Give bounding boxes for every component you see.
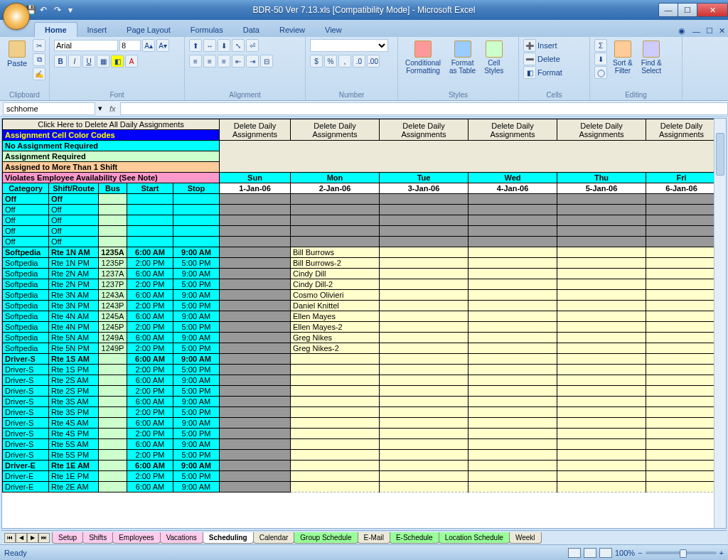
fx-icon[interactable]: fx [105, 104, 120, 113]
cell-mon[interactable] [291, 450, 380, 461]
cell-day[interactable] [469, 226, 557, 237]
cell-day[interactable] [380, 397, 469, 407]
tab-page-layout[interactable]: Page Layout [117, 23, 181, 37]
cell-day[interactable] [469, 407, 557, 418]
cell-bus[interactable] [99, 354, 127, 365]
cell-category[interactable]: Softpedia [3, 343, 49, 354]
cell-sun[interactable] [220, 354, 291, 365]
redo-icon[interactable]: ↷ [54, 5, 64, 15]
align-top-icon[interactable]: ⬆ [189, 39, 202, 52]
cell-stop[interactable]: 9:00 AM [173, 439, 220, 450]
cell-day[interactable] [380, 290, 469, 301]
clear-icon[interactable]: ◯ [594, 66, 607, 79]
cell-category[interactable]: Driver-E [3, 482, 49, 492]
cell-sun[interactable] [220, 397, 291, 407]
find-select-button[interactable]: Find & Select [638, 39, 665, 76]
delete-all-button[interactable]: Click Here to Delete All Daily Assignmen… [3, 119, 220, 130]
cell-start[interactable]: 6:00 AM [127, 269, 173, 279]
cell-sun[interactable] [220, 194, 291, 205]
sheet-tab-shifts[interactable]: Shifts [82, 532, 113, 544]
cell-mon[interactable] [291, 365, 380, 375]
sheet-tab-vacations[interactable]: Vacations [160, 532, 203, 544]
cell-sun[interactable] [220, 247, 291, 258]
cell-day[interactable] [646, 205, 717, 215]
cell-sun[interactable] [220, 333, 291, 343]
cell-sun[interactable] [220, 365, 291, 375]
cell-category[interactable]: Driver-S [3, 354, 49, 365]
cell-sun[interactable] [220, 429, 291, 439]
cell-route[interactable]: Rte 4N AM [49, 311, 99, 322]
cell-route[interactable]: Rte 2N AM [49, 269, 99, 279]
tab-formulas[interactable]: Formulas [181, 23, 233, 37]
cell-day[interactable] [469, 354, 557, 365]
cell-stop[interactable]: 9:00 AM [173, 461, 220, 471]
minimize-button[interactable]: — [658, 3, 678, 17]
cell-stop[interactable]: 9:00 AM [173, 397, 220, 407]
sheet-tab-scheduling[interactable]: Scheduling [203, 532, 254, 544]
cell-category[interactable]: Driver-S [3, 365, 49, 375]
cell-start[interactable]: 2:00 PM [127, 365, 173, 375]
cell-day[interactable] [469, 365, 557, 375]
cell-bus[interactable]: 1243P [99, 301, 127, 311]
cell-route[interactable]: Rte 1E AM [49, 461, 99, 471]
cell-day[interactable] [646, 343, 717, 354]
cell-start[interactable]: 2:00 PM [127, 450, 173, 461]
cell-sun[interactable] [220, 301, 291, 311]
cell-day[interactable] [557, 205, 646, 215]
cell-mon[interactable] [291, 482, 380, 492]
cell-start[interactable]: 2:00 PM [127, 429, 173, 439]
cell-stop[interactable]: 5:00 PM [173, 343, 220, 354]
cell-sun[interactable] [220, 279, 291, 290]
cell-start[interactable]: 6:00 AM [127, 461, 173, 471]
cell-start[interactable]: 6:00 AM [127, 375, 173, 386]
cell-start[interactable]: 6:00 AM [127, 290, 173, 301]
cell-route[interactable]: Rte 3S PM [49, 407, 99, 418]
cell-day[interactable] [380, 461, 469, 471]
cell-day[interactable] [469, 397, 557, 407]
cell-route[interactable]: Rte 3S AM [49, 397, 99, 407]
cell-category[interactable]: Softpedia [3, 258, 49, 269]
cell-start[interactable] [127, 194, 173, 205]
cell-day[interactable] [469, 205, 557, 215]
cell-day[interactable] [380, 429, 469, 439]
vertical-scrollbar[interactable] [714, 119, 726, 528]
cell-day[interactable] [557, 194, 646, 205]
merge-icon[interactable]: ⊟ [260, 55, 273, 68]
cell-day[interactable] [646, 269, 717, 279]
cell-bus[interactable]: 1235P [99, 258, 127, 269]
cell-mon[interactable] [291, 439, 380, 450]
cell-day[interactable] [557, 482, 646, 492]
cell-day[interactable] [469, 237, 557, 247]
cell-day[interactable] [557, 354, 646, 365]
cell-day[interactable] [557, 439, 646, 450]
cell-category[interactable]: Off [3, 194, 49, 205]
cell-day[interactable] [380, 247, 469, 258]
cell-mon[interactable] [291, 237, 380, 247]
cell-start[interactable]: 2:00 PM [127, 407, 173, 418]
name-box-dropdown-icon[interactable]: ▾ [95, 104, 105, 113]
cell-bus[interactable] [99, 482, 127, 492]
cell-day[interactable] [557, 386, 646, 397]
cell-start[interactable]: 6:00 AM [127, 439, 173, 450]
cell-category[interactable]: Softpedia [3, 247, 49, 258]
cell-day[interactable] [380, 439, 469, 450]
cell-day[interactable] [557, 279, 646, 290]
cell-bus[interactable]: 1243A [99, 290, 127, 301]
cell-start[interactable]: 2:00 PM [127, 471, 173, 482]
formula-input[interactable] [120, 102, 728, 115]
cell-bus[interactable] [99, 237, 127, 247]
cell-stop[interactable]: 9:00 AM [173, 269, 220, 279]
cell-category[interactable]: Softpedia [3, 269, 49, 279]
cell-sun[interactable] [220, 482, 291, 492]
cell-mon[interactable]: Daniel Knittel [291, 301, 380, 311]
cell-route[interactable]: Rte 2S AM [49, 375, 99, 386]
delete-daily-button-2[interactable]: Delete Daily Assignments [380, 119, 469, 141]
sheet-tab-location-schedule[interactable]: Location Schedule [439, 532, 510, 544]
cell-bus[interactable] [99, 375, 127, 386]
cell-mon[interactable] [291, 226, 380, 237]
cell-bus[interactable] [99, 461, 127, 471]
close-button[interactable]: ✕ [697, 3, 728, 17]
cell-day[interactable] [469, 322, 557, 333]
tab-nav-last-icon[interactable]: ⏭ [38, 533, 50, 543]
delete-daily-button-3[interactable]: Delete Daily Assignments [469, 119, 557, 141]
